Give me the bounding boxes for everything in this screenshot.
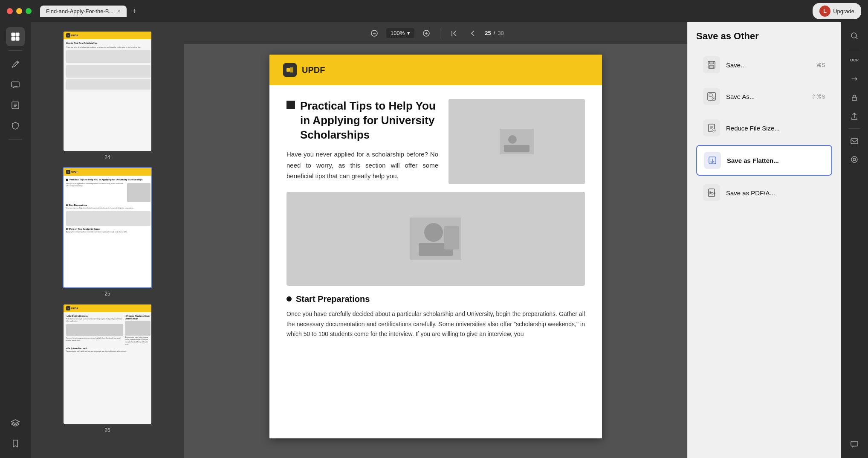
page-navigation: 25 / 30 [485, 30, 504, 36]
save-label: Save... [726, 61, 810, 69]
sidebar-icon-pages[interactable] [6, 27, 25, 46]
save-panel-title: Save as Other [696, 31, 832, 42]
svg-rect-19 [709, 65, 714, 68]
svg-rect-31 [851, 139, 858, 144]
zoom-value: 100% [391, 30, 405, 36]
tab-label: Find-and-Apply-For-the-B... [46, 8, 113, 14]
new-tab-button[interactable]: + [128, 5, 140, 17]
svg-rect-30 [852, 97, 856, 101]
flatten-label: Save as Flatten... [727, 157, 819, 164]
ocr-icon[interactable]: OCR [846, 52, 863, 69]
bullet-body-1: Once you have carefully decided about a … [286, 309, 585, 339]
svg-point-14 [424, 223, 443, 242]
bullet-title-1: Start Preparations [286, 294, 585, 304]
sidebar-icon-bookmark[interactable] [6, 434, 25, 453]
mail-icon[interactable] [846, 132, 863, 149]
sidebar-icon-comment[interactable] [6, 75, 25, 94]
save-item-pdfa[interactable]: PDF /A Save as PDF/A... [696, 178, 832, 207]
svg-rect-0 [12, 33, 15, 36]
save-item-reduce[interactable]: Reduce File Size... [696, 113, 832, 142]
tab-bar: Find-and-Apply-For-the-B... ✕ + [40, 5, 140, 17]
save-item-save[interactable]: Save... ⌘S [696, 50, 832, 79]
chat-icon[interactable] [846, 436, 863, 453]
thumbnail-panel: U UPDF How to Find Best Scholarships The… [31, 22, 184, 458]
page-area: 100% ▾ 25 / [184, 22, 687, 458]
stamp-icon[interactable] [846, 151, 863, 168]
tab-close-icon[interactable]: ✕ [117, 9, 121, 14]
zoom-level-display[interactable]: 100% ▾ [386, 28, 414, 38]
svg-rect-8 [286, 68, 290, 72]
main-area: U UPDF How to Find Best Scholarships The… [0, 22, 868, 458]
upgrade-label: Upgrade [833, 8, 854, 14]
svg-rect-16 [444, 226, 459, 249]
bullet-section-1: Start Preparations Once you have careful… [286, 294, 585, 339]
save-as-shortcut: ⇧⌘S [811, 93, 825, 100]
share-icon[interactable] [846, 108, 863, 125]
save-as-label: Save As... [726, 93, 805, 100]
protect-icon[interactable] [846, 89, 863, 106]
zoom-out-button[interactable] [367, 26, 381, 40]
convert-icon[interactable] [846, 70, 863, 87]
save-as-icon [703, 88, 720, 105]
prev-page-button[interactable] [466, 26, 480, 40]
thumbnail-25[interactable]: U UPDF Practical Tips to Help You in App… [31, 164, 184, 300]
updf-logo-icon [283, 63, 297, 77]
svg-rect-4 [12, 82, 19, 87]
save-panel: Save as Other Save... ⌘S [687, 22, 841, 458]
thumbnail-26[interactable]: U UPDF • Add Distinctiveness To be the b… [31, 300, 184, 437]
save-item-flatten[interactable]: Save as Flatten... [696, 145, 832, 176]
pdfa-label: Save as PDF/A... [726, 189, 819, 197]
first-page-button[interactable] [447, 26, 461, 40]
save-shortcut: ⌘S [816, 62, 825, 68]
save-item-save-as[interactable]: Save As... ⇧⌘S [696, 82, 832, 111]
thumb-label-24: 24 [104, 154, 110, 160]
sidebar-icon-annotate[interactable] [6, 55, 25, 74]
close-button[interactable] [7, 8, 13, 14]
toolbar: 100% ▾ 25 / [184, 22, 687, 44]
updf-brand: UPDF [302, 65, 325, 75]
maximize-button[interactable] [26, 8, 32, 14]
page-separator: / [494, 30, 495, 36]
svg-rect-3 [16, 37, 19, 41]
save-icon [703, 56, 720, 73]
title-box-icon [286, 101, 295, 109]
right-sidebar: OCR [841, 22, 868, 458]
svg-rect-1 [16, 33, 19, 36]
section-title: Practical Tips to Help You in Applying f… [286, 99, 438, 142]
sidebar-icon-layers[interactable] [6, 414, 25, 432]
svg-point-29 [851, 33, 856, 38]
page-image-2 [286, 192, 585, 286]
left-sidebar [0, 22, 31, 458]
right-sidebar-divider-1 [848, 48, 860, 48]
page-header: UPDF [269, 55, 602, 85]
thumb-label-26: 26 [104, 427, 110, 433]
right-sidebar-divider-2 [848, 128, 860, 129]
svg-text:/A: /A [709, 191, 712, 193]
zoom-in-button[interactable] [420, 26, 433, 40]
upgrade-button[interactable]: L Upgrade [813, 3, 861, 19]
svg-rect-9 [290, 67, 293, 72]
svg-rect-12 [504, 145, 529, 152]
svg-rect-18 [709, 61, 714, 64]
svg-rect-2 [12, 37, 15, 41]
search-icon[interactable] [846, 27, 863, 44]
sidebar-icon-protect[interactable] [6, 116, 25, 135]
thumbnail-24[interactable]: U UPDF How to Find Best Scholarships The… [31, 27, 184, 164]
sidebar-divider-2 [9, 139, 22, 140]
document-page: UPDF [269, 55, 602, 438]
page-body: Practical Tips to Help You in Applying f… [269, 85, 602, 353]
document-scroll[interactable]: UPDF [184, 44, 687, 458]
titlebar: Find-and-Apply-For-the-B... ✕ + L Upgrad… [0, 0, 868, 22]
minimize-button[interactable] [16, 8, 22, 14]
sidebar-divider-1 [9, 50, 22, 51]
pdfa-icon: PDF /A [703, 184, 720, 201]
traffic-lights [7, 8, 32, 14]
svg-rect-34 [851, 441, 858, 446]
toolbar-separator-1 [440, 28, 440, 38]
sidebar-icon-edit[interactable] [6, 96, 25, 115]
current-page: 25 [485, 30, 491, 36]
thumb-label-25: 25 [104, 291, 110, 297]
active-tab[interactable]: Find-and-Apply-For-the-B... ✕ [40, 6, 127, 17]
svg-rect-21 [709, 94, 712, 96]
svg-point-11 [508, 135, 517, 144]
